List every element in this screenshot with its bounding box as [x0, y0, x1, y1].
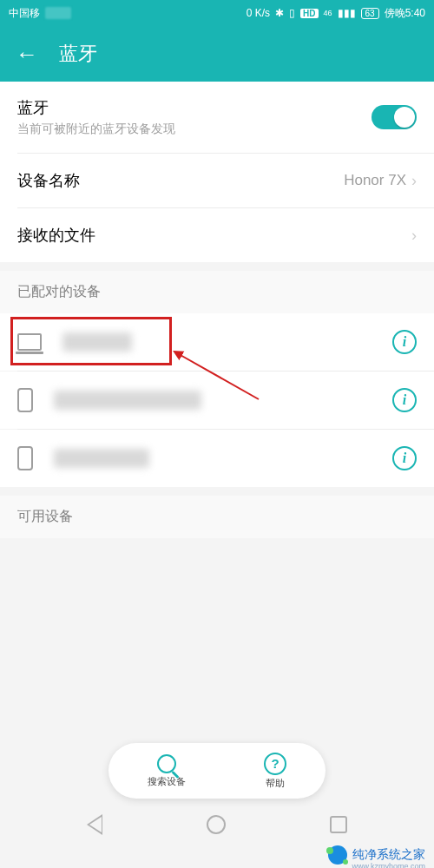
- nav-home-icon[interactable]: [207, 815, 226, 834]
- watermark: 纯净系统之家 www.kzmyhome.com: [328, 845, 425, 865]
- available-section-header: 可用设备: [0, 496, 434, 538]
- paired-section-header: 已配对的设备: [0, 271, 434, 313]
- device-name-row[interactable]: 设备名称 Honor 7X ›: [0, 154, 434, 207]
- bluetooth-subtitle: 当前可被附近的蓝牙设备发现: [17, 122, 372, 137]
- bluetooth-toggle[interactable]: [372, 105, 417, 129]
- clock: 傍晚5:40: [385, 6, 425, 21]
- system-nav-bar: [0, 806, 434, 844]
- bluetooth-label: 蓝牙: [17, 97, 372, 118]
- section-gap: [0, 487, 434, 496]
- bluetooth-toggle-row[interactable]: 蓝牙 当前可被附近的蓝牙设备发现: [0, 82, 434, 153]
- section-gap: [0, 262, 434, 271]
- hd-icon: HD: [300, 9, 318, 18]
- phone-icon: [17, 446, 33, 470]
- paired-device-row[interactable]: i: [0, 372, 434, 429]
- device-name-redacted: [54, 391, 201, 410]
- network-icon: 46: [324, 9, 332, 17]
- chevron-right-icon: ›: [411, 227, 417, 245]
- device-name-redacted: [62, 332, 132, 352]
- search-devices-label: 搜索设备: [148, 775, 186, 788]
- battery-icon: 63: [361, 8, 379, 19]
- watermark-text: 纯净系统之家: [352, 847, 425, 861]
- device-name-redacted: [54, 449, 149, 468]
- chevron-right-icon: ›: [411, 172, 417, 190]
- watermark-logo-icon: [328, 845, 347, 865]
- info-icon[interactable]: i: [392, 388, 417, 412]
- app-header: ← 蓝牙: [0, 26, 434, 82]
- help-button[interactable]: ? 帮助: [264, 753, 286, 790]
- status-bar: 中国移 0 K/s ✱ ▯ HD 46 ▮▮▮ 63 傍晚5:40: [0, 0, 434, 26]
- back-icon[interactable]: ←: [16, 41, 38, 68]
- paired-device-row[interactable]: i: [0, 313, 434, 371]
- info-icon[interactable]: i: [392, 330, 417, 354]
- search-icon: [157, 754, 176, 773]
- search-devices-button[interactable]: 搜索设备: [148, 754, 186, 788]
- data-speed: 0 K/s: [247, 7, 270, 19]
- bottom-action-pill: 搜索设备 ? 帮助: [108, 743, 326, 799]
- laptop-icon: [17, 333, 42, 351]
- nav-recent-icon[interactable]: [330, 816, 347, 833]
- vibrate-icon: ▯: [289, 7, 295, 19]
- received-files-row[interactable]: 接收的文件 ›: [0, 208, 434, 262]
- help-icon: ?: [264, 753, 286, 775]
- watermark-url: www.kzmyhome.com: [352, 862, 425, 868]
- paired-device-row[interactable]: i: [0, 430, 434, 487]
- device-name-value: Honor 7X: [344, 172, 406, 189]
- nav-back-icon[interactable]: [87, 814, 102, 835]
- carrier-extra: [45, 7, 71, 19]
- received-files-label: 接收的文件: [17, 225, 411, 246]
- device-name-label: 设备名称: [17, 170, 344, 191]
- page-title: 蓝牙: [59, 41, 97, 67]
- toggle-knob: [394, 107, 415, 128]
- bluetooth-status-icon: ✱: [275, 7, 284, 19]
- phone-icon: [17, 388, 33, 412]
- help-label: 帮助: [266, 777, 285, 790]
- signal-icon: ▮▮▮: [338, 7, 356, 19]
- carrier-label: 中国移: [9, 6, 40, 21]
- info-icon[interactable]: i: [392, 446, 417, 470]
